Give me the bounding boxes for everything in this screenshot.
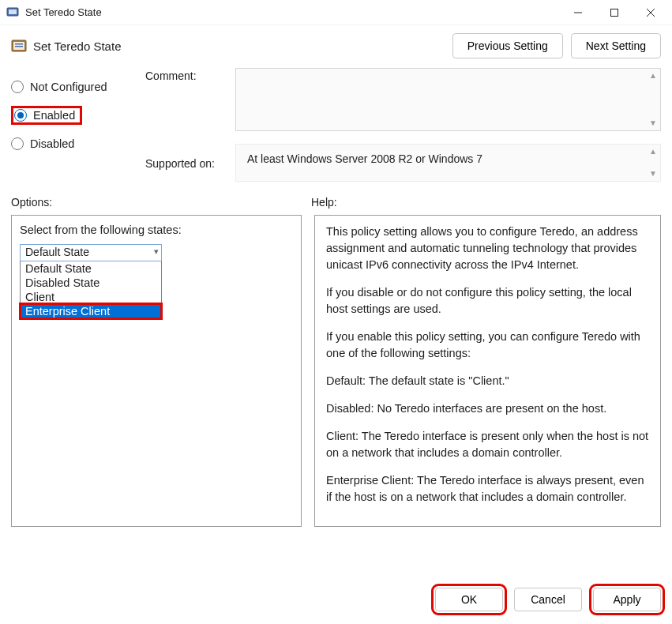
scroll-up-icon: ▲ bbox=[649, 148, 657, 156]
apply-button[interactable]: Apply bbox=[593, 588, 661, 611]
scroll-down-icon: ▼ bbox=[649, 170, 657, 178]
help-section-label: Help: bbox=[311, 196, 337, 209]
radio-label: Not Configured bbox=[30, 81, 107, 93]
radio-label: Disabled bbox=[30, 137, 74, 150]
radio-icon bbox=[14, 109, 27, 122]
combo-item-default-state[interactable]: Default State bbox=[21, 261, 161, 276]
minimize-button[interactable] bbox=[560, 0, 596, 25]
options-section-label: Options: bbox=[11, 196, 311, 209]
ok-button[interactable]: OK bbox=[435, 588, 503, 611]
radio-not-configured[interactable]: Not Configured bbox=[11, 73, 145, 101]
chevron-down-icon: ▾ bbox=[154, 246, 159, 257]
titlebar: Set Teredo State bbox=[0, 0, 672, 25]
dialog-footer: OK Cancel Apply bbox=[435, 588, 661, 611]
close-button[interactable] bbox=[633, 0, 669, 25]
app-icon bbox=[6, 6, 19, 19]
options-select-label: Select from the following states: bbox=[20, 224, 293, 236]
comment-label: Comment: bbox=[145, 68, 232, 131]
help-paragraph: If you disable or do not configure this … bbox=[326, 284, 649, 318]
help-paragraph: If you enable this policy setting, you c… bbox=[326, 329, 649, 362]
radio-disabled[interactable]: Disabled bbox=[11, 130, 145, 158]
previous-setting-button[interactable]: Previous Setting bbox=[452, 33, 563, 58]
policy-icon bbox=[11, 38, 27, 54]
svg-rect-9 bbox=[15, 46, 23, 47]
radio-label: Enabled bbox=[33, 109, 75, 122]
combo-dropdown-list: Default State Disabled State Client Ente… bbox=[20, 261, 162, 319]
combo-item-client[interactable]: Client bbox=[21, 290, 161, 304]
cancel-button[interactable]: Cancel bbox=[514, 588, 582, 611]
next-setting-button[interactable]: Next Setting bbox=[571, 33, 661, 58]
options-panel: Select from the following states: Defaul… bbox=[11, 215, 302, 527]
dialog-header: Set Teredo State Previous Setting Next S… bbox=[0, 25, 672, 63]
radio-icon bbox=[11, 81, 24, 93]
supported-on-label: Supported on: bbox=[145, 156, 232, 170]
combo-item-enterprise-client[interactable]: Enterprise Client bbox=[21, 304, 161, 318]
comment-textarea[interactable]: ▲ ▼ bbox=[235, 68, 661, 131]
dialog-title: Set Teredo State bbox=[33, 39, 445, 53]
combo-selected-value: Default State bbox=[25, 246, 89, 258]
supported-on-text: At least Windows Server 2008 R2 or Windo… bbox=[247, 152, 482, 165]
svg-rect-1 bbox=[9, 9, 17, 14]
help-paragraph: Client: The Teredo interface is present … bbox=[326, 428, 649, 461]
scroll-down-icon: ▼ bbox=[649, 119, 657, 127]
help-paragraph: Disabled: No Teredo interfaces are prese… bbox=[326, 400, 649, 417]
help-paragraph: Default: The default state is "Client." bbox=[326, 373, 649, 389]
help-paragraph: Enterprise Client: The Teredo interface … bbox=[326, 472, 649, 506]
combo-item-disabled-state[interactable]: Disabled State bbox=[21, 276, 161, 290]
scroll-up-icon: ▲ bbox=[649, 72, 657, 80]
maximize-button[interactable] bbox=[596, 0, 633, 25]
radio-icon bbox=[11, 137, 24, 150]
help-panel: This policy setting allows you to config… bbox=[314, 215, 661, 527]
radio-enabled[interactable]: Enabled bbox=[11, 106, 82, 125]
svg-rect-8 bbox=[15, 43, 23, 45]
window-title: Set Teredo State bbox=[25, 6, 560, 18]
help-paragraph: This policy setting allows you to config… bbox=[326, 224, 649, 273]
svg-rect-3 bbox=[611, 9, 618, 16]
supported-on-box: At least Windows Server 2008 R2 or Windo… bbox=[235, 144, 661, 182]
teredo-state-combo[interactable]: Default State ▾ Default State Disabled S… bbox=[20, 244, 162, 319]
